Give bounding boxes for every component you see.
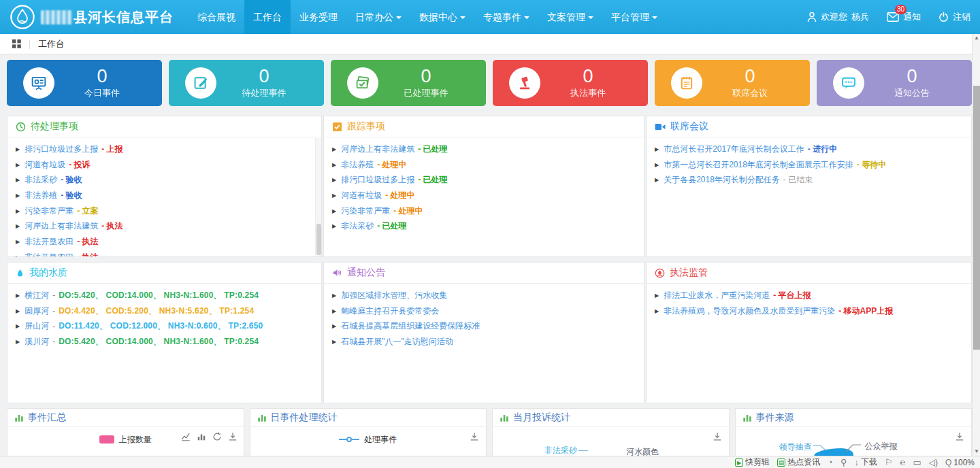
chevron-down-icon [396, 16, 402, 22]
status-badge: 平台上报 [773, 290, 811, 301]
nav-item-business-accept[interactable]: 业务受理 [291, 0, 346, 34]
notification-button[interactable]: 30 通知 [887, 11, 921, 23]
list-item[interactable]: ▶溪川河-DO:5.420、 COD:14.000、 NH3-N:1.600、 … [16, 334, 313, 350]
item-arrow-icon: ▶ [16, 308, 20, 314]
chevron-down-icon [588, 16, 593, 22]
nav-item-topic-events[interactable]: 专题事件 [474, 0, 538, 34]
grid-icon[interactable] [12, 39, 21, 48]
download-icon[interactable] [713, 432, 722, 441]
stat-card-joint-meetings[interactable]: 0 联席会议 [655, 60, 810, 106]
stat-card-enforcement-events[interactable]: 0 执法事件 [493, 60, 648, 106]
pin-sidebar-button[interactable]: ⚲ [840, 457, 847, 467]
list-item[interactable]: ▶非法养殖处理中 [332, 157, 636, 173]
panel-law-header: 执法监管 [647, 263, 971, 284]
panel-law-supervision: 执法监管 ▶排法工业废水，严重污染河道平台上报 ▶非法养殖鸡，导致河水颜色及水质… [646, 262, 972, 403]
app-logo-icon [10, 4, 35, 30]
stat-card-processed-events[interactable]: 0 已处理事件 [331, 60, 486, 106]
bar-chart-toggle-icon[interactable] [197, 432, 206, 441]
item-dash: - [52, 306, 55, 316]
page-zoom-control[interactable]: Q100% [945, 458, 975, 467]
stat-card-pending-events[interactable]: 0 待处理事件 [169, 60, 324, 106]
list-item[interactable]: ▶非法养殖鸡，导致河水颜色及水质受到严重污染移动APP上报 [655, 303, 963, 319]
item-arrow-icon: ▶ [655, 162, 659, 168]
list-item[interactable]: ▶鲍峰庭主持召开县委常委会 [332, 303, 636, 319]
item-text: 非法养殖 [341, 159, 374, 171]
list-item[interactable]: ▶非法采砂已处理 [332, 218, 636, 234]
list-item[interactable]: ▶河岸边上有非法建筑已处理 [332, 141, 636, 157]
water-metrics: DO:5.420、 COD:14.000、 NH3-N:1.600、 TP:0.… [59, 290, 259, 301]
scrollbar-thumb[interactable] [316, 224, 321, 255]
panel-meeting: 联席会议 ▶市总河长召开2017年底河长制会议工作进行中 ▶市第一总河长召开20… [646, 116, 972, 257]
window-mode-button[interactable]: ▭ [913, 457, 921, 467]
scrollbar-up-arrow[interactable]: ▲ [973, 34, 980, 42]
bar-chart-icon [257, 413, 267, 422]
logout-button[interactable]: 注销 [938, 11, 970, 23]
item-dash: - [52, 337, 55, 346]
nav-item-daily-office[interactable]: 日常办公 [346, 0, 410, 34]
panel-title: 执法监管 [670, 267, 708, 279]
list-item[interactable]: ▶非法养殖验收 [16, 188, 313, 203]
download-button[interactable]: ↓下载 [854, 456, 877, 468]
list-item[interactable]: ▶河道有垃圾投诉 [16, 157, 313, 173]
chart-title: 事件汇总 [28, 412, 66, 424]
scrollbar-down-arrow[interactable]: ▼ [973, 448, 980, 456]
nav-item-data-center[interactable]: 数据中心 [410, 0, 474, 34]
bar-chart-icon [742, 413, 752, 422]
stat-value: 0 [54, 67, 150, 86]
list-item[interactable]: ▶非法开垦农田执法 [16, 250, 313, 257]
list-item[interactable]: ▶非法开垦农田执法 [16, 234, 313, 250]
mute-button[interactable]: ◁) [929, 458, 938, 467]
nav-item-document-mgmt[interactable]: 文案管理 [538, 0, 602, 34]
list-item[interactable]: ▶河道有垃圾处理中 [332, 188, 636, 203]
flag-button[interactable]: ⚐ [885, 457, 893, 467]
list-item[interactable]: ▶屏山河-DO:11.420、 COD:12.000、 NH3-N:0.600、… [16, 318, 313, 334]
speed-mode-button[interactable]: ◔ [828, 457, 833, 467]
scrollbar-thumb[interactable] [973, 86, 980, 350]
page-scrollbar[interactable]: ▲ ▼ [972, 34, 980, 456]
logout-label: 注销 [953, 11, 970, 23]
quick-clip-button[interactable]: ▶快剪辑 [735, 456, 770, 468]
list-item[interactable]: ▶关于各县2018年河长制分配任务已结束 [655, 172, 963, 188]
chart-header: 事件汇总 [7, 409, 244, 427]
stat-value: 0 [378, 67, 474, 86]
list-item[interactable]: ▶固厚河-DO:4.420、 COD:5.200、 NH3-N:5.620、 T… [16, 303, 313, 319]
refresh-icon[interactable] [212, 432, 222, 441]
line-chart-toggle-icon[interactable] [181, 432, 191, 441]
user-welcome[interactable]: 欢迎您 杨兵 [807, 11, 869, 23]
list-item[interactable]: ▶横江河-DO:5.420、 COD:14.000、 NH3-N:1.600、 … [16, 288, 313, 303]
nav-item-overview[interactable]: 综合展视 [189, 0, 244, 34]
chart-legend[interactable]: 处理事件 [250, 431, 487, 448]
nav-item-platform-mgmt[interactable]: 平台管理 [602, 0, 666, 34]
panel-scrollbar[interactable] [315, 138, 321, 256]
status-badge: 等待中 [857, 159, 886, 171]
list-item[interactable]: ▶市总河长召开2017年底河长制会议工作进行中 [655, 141, 963, 157]
hot-news-button[interactable]: ▤热点资讯 [777, 456, 820, 468]
stat-value: 0 [702, 67, 798, 86]
status-badge: 已结束 [783, 174, 813, 186]
item-text: 河道有垃圾 [341, 190, 382, 201]
stat-card-today-events[interactable]: 0 今日事件 [7, 60, 162, 106]
status-badge: 执法 [77, 252, 98, 257]
list-item[interactable]: ▶排法工业废水，严重污染河道平台上报 [655, 288, 963, 303]
list-item[interactable]: ▶市第一总河长召开2018年底河长制全面展示工作安排等待中 [655, 157, 963, 173]
download-icon[interactable] [228, 432, 238, 441]
list-item[interactable]: ▶加强区域排水管理、污水收集 [332, 288, 636, 303]
chart-title: 当月投诉统计 [513, 412, 570, 424]
zoom-level: 100% [953, 458, 975, 467]
list-item[interactable]: ▶石城县提高基层组织建设经费保障标准 [332, 318, 636, 334]
panel-todo-list: ▶排污口垃圾过多上报上报 ▶河道有垃圾投诉 ▶非法采砂验收 ▶非法养殖验收 ▶污… [7, 137, 321, 257]
download-icon[interactable] [955, 432, 964, 441]
panel-title: 待处理事项 [31, 120, 78, 133]
list-item[interactable]: ▶排污口垃圾过多上报上报 [16, 141, 313, 157]
list-item[interactable]: ▶污染非常严重处理中 [332, 203, 636, 219]
list-item[interactable]: ▶河岸边上有非法建筑执法 [16, 218, 313, 234]
list-item[interactable]: ▶排污口垃圾过多上报已处理 [332, 172, 636, 188]
download-icon[interactable] [470, 432, 479, 441]
list-item[interactable]: ▶石城县开展"八一"走访慰问活动 [332, 334, 636, 350]
nav-item-workbench[interactable]: 工作台 [244, 0, 291, 34]
item-arrow-icon: ▶ [332, 208, 336, 214]
list-item[interactable]: ▶非法采砂验收 [16, 172, 313, 188]
list-item[interactable]: ▶污染非常严重立案 [16, 203, 313, 219]
stat-card-notices[interactable]: 0 通知公告 [817, 60, 972, 106]
ie-mode-button[interactable]: ℮ [900, 457, 906, 467]
